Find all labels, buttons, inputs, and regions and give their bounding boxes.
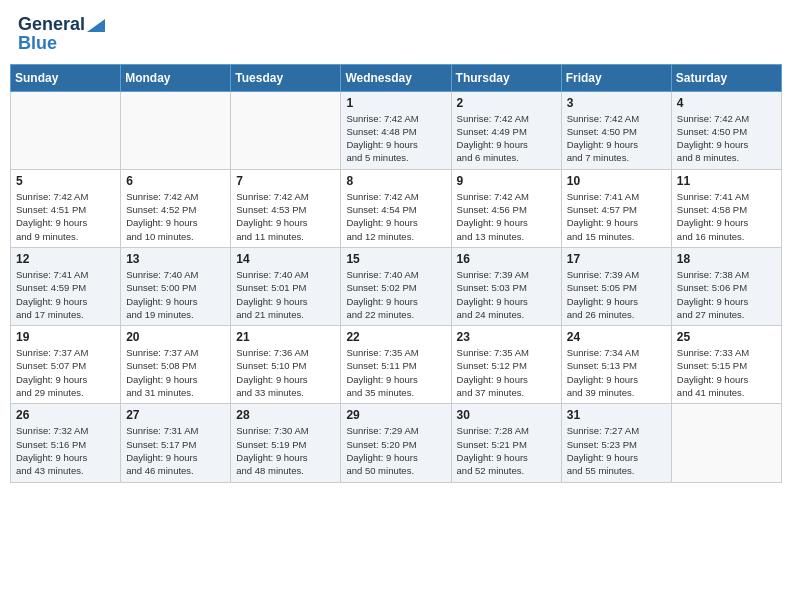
calendar-cell: 6Sunrise: 7:42 AM Sunset: 4:52 PM Daylig…: [121, 169, 231, 247]
weekday-header-friday: Friday: [561, 64, 671, 91]
day-number: 7: [236, 174, 335, 188]
day-info: Sunrise: 7:38 AM Sunset: 5:06 PM Dayligh…: [677, 268, 776, 321]
calendar-cell: 25Sunrise: 7:33 AM Sunset: 5:15 PM Dayli…: [671, 326, 781, 404]
calendar-cell: 17Sunrise: 7:39 AM Sunset: 5:05 PM Dayli…: [561, 247, 671, 325]
weekday-header-tuesday: Tuesday: [231, 64, 341, 91]
day-number: 19: [16, 330, 115, 344]
day-number: 3: [567, 96, 666, 110]
day-info: Sunrise: 7:42 AM Sunset: 4:50 PM Dayligh…: [677, 112, 776, 165]
calendar-week-2: 5Sunrise: 7:42 AM Sunset: 4:51 PM Daylig…: [11, 169, 782, 247]
day-number: 16: [457, 252, 556, 266]
day-number: 20: [126, 330, 225, 344]
calendar-cell: 18Sunrise: 7:38 AM Sunset: 5:06 PM Dayli…: [671, 247, 781, 325]
day-number: 23: [457, 330, 556, 344]
calendar-cell: 24Sunrise: 7:34 AM Sunset: 5:13 PM Dayli…: [561, 326, 671, 404]
calendar-cell: 27Sunrise: 7:31 AM Sunset: 5:17 PM Dayli…: [121, 404, 231, 482]
day-number: 29: [346, 408, 445, 422]
day-info: Sunrise: 7:31 AM Sunset: 5:17 PM Dayligh…: [126, 424, 225, 477]
day-number: 8: [346, 174, 445, 188]
day-info: Sunrise: 7:42 AM Sunset: 4:56 PM Dayligh…: [457, 190, 556, 243]
logo: General Blue: [18, 14, 105, 52]
day-info: Sunrise: 7:40 AM Sunset: 5:02 PM Dayligh…: [346, 268, 445, 321]
day-number: 15: [346, 252, 445, 266]
day-info: Sunrise: 7:41 AM Sunset: 4:57 PM Dayligh…: [567, 190, 666, 243]
day-info: Sunrise: 7:34 AM Sunset: 5:13 PM Dayligh…: [567, 346, 666, 399]
day-number: 25: [677, 330, 776, 344]
day-info: Sunrise: 7:42 AM Sunset: 4:53 PM Dayligh…: [236, 190, 335, 243]
day-info: Sunrise: 7:42 AM Sunset: 4:48 PM Dayligh…: [346, 112, 445, 165]
day-number: 24: [567, 330, 666, 344]
day-info: Sunrise: 7:37 AM Sunset: 5:07 PM Dayligh…: [16, 346, 115, 399]
calendar-cell: 8Sunrise: 7:42 AM Sunset: 4:54 PM Daylig…: [341, 169, 451, 247]
calendar-cell: 11Sunrise: 7:41 AM Sunset: 4:58 PM Dayli…: [671, 169, 781, 247]
day-info: Sunrise: 7:42 AM Sunset: 4:49 PM Dayligh…: [457, 112, 556, 165]
day-number: 4: [677, 96, 776, 110]
calendar-cell: 5Sunrise: 7:42 AM Sunset: 4:51 PM Daylig…: [11, 169, 121, 247]
day-info: Sunrise: 7:42 AM Sunset: 4:52 PM Dayligh…: [126, 190, 225, 243]
calendar-cell: 19Sunrise: 7:37 AM Sunset: 5:07 PM Dayli…: [11, 326, 121, 404]
day-info: Sunrise: 7:40 AM Sunset: 5:00 PM Dayligh…: [126, 268, 225, 321]
calendar-cell: 2Sunrise: 7:42 AM Sunset: 4:49 PM Daylig…: [451, 91, 561, 169]
day-info: Sunrise: 7:29 AM Sunset: 5:20 PM Dayligh…: [346, 424, 445, 477]
day-info: Sunrise: 7:28 AM Sunset: 5:21 PM Dayligh…: [457, 424, 556, 477]
calendar-week-5: 26Sunrise: 7:32 AM Sunset: 5:16 PM Dayli…: [11, 404, 782, 482]
weekday-header-thursday: Thursday: [451, 64, 561, 91]
day-info: Sunrise: 7:42 AM Sunset: 4:51 PM Dayligh…: [16, 190, 115, 243]
weekday-header-wednesday: Wednesday: [341, 64, 451, 91]
day-info: Sunrise: 7:41 AM Sunset: 4:58 PM Dayligh…: [677, 190, 776, 243]
day-info: Sunrise: 7:41 AM Sunset: 4:59 PM Dayligh…: [16, 268, 115, 321]
calendar-cell: 23Sunrise: 7:35 AM Sunset: 5:12 PM Dayli…: [451, 326, 561, 404]
day-number: 10: [567, 174, 666, 188]
calendar-cell: 31Sunrise: 7:27 AM Sunset: 5:23 PM Dayli…: [561, 404, 671, 482]
calendar-cell: 21Sunrise: 7:36 AM Sunset: 5:10 PM Dayli…: [231, 326, 341, 404]
day-number: 28: [236, 408, 335, 422]
calendar-cell: 15Sunrise: 7:40 AM Sunset: 5:02 PM Dayli…: [341, 247, 451, 325]
calendar-cell: 29Sunrise: 7:29 AM Sunset: 5:20 PM Dayli…: [341, 404, 451, 482]
calendar-cell: 3Sunrise: 7:42 AM Sunset: 4:50 PM Daylig…: [561, 91, 671, 169]
calendar-week-3: 12Sunrise: 7:41 AM Sunset: 4:59 PM Dayli…: [11, 247, 782, 325]
day-info: Sunrise: 7:27 AM Sunset: 5:23 PM Dayligh…: [567, 424, 666, 477]
calendar-cell: 10Sunrise: 7:41 AM Sunset: 4:57 PM Dayli…: [561, 169, 671, 247]
day-info: Sunrise: 7:39 AM Sunset: 5:03 PM Dayligh…: [457, 268, 556, 321]
calendar-week-4: 19Sunrise: 7:37 AM Sunset: 5:07 PM Dayli…: [11, 326, 782, 404]
day-info: Sunrise: 7:42 AM Sunset: 4:54 PM Dayligh…: [346, 190, 445, 243]
day-number: 1: [346, 96, 445, 110]
calendar-table: SundayMondayTuesdayWednesdayThursdayFrid…: [10, 64, 782, 483]
day-info: Sunrise: 7:33 AM Sunset: 5:15 PM Dayligh…: [677, 346, 776, 399]
day-number: 17: [567, 252, 666, 266]
calendar-cell: 7Sunrise: 7:42 AM Sunset: 4:53 PM Daylig…: [231, 169, 341, 247]
calendar-cell: 12Sunrise: 7:41 AM Sunset: 4:59 PM Dayli…: [11, 247, 121, 325]
day-info: Sunrise: 7:40 AM Sunset: 5:01 PM Dayligh…: [236, 268, 335, 321]
day-number: 14: [236, 252, 335, 266]
calendar-cell: 1Sunrise: 7:42 AM Sunset: 4:48 PM Daylig…: [341, 91, 451, 169]
day-info: Sunrise: 7:35 AM Sunset: 5:12 PM Dayligh…: [457, 346, 556, 399]
calendar-cell: 14Sunrise: 7:40 AM Sunset: 5:01 PM Dayli…: [231, 247, 341, 325]
day-number: 13: [126, 252, 225, 266]
day-info: Sunrise: 7:37 AM Sunset: 5:08 PM Dayligh…: [126, 346, 225, 399]
page-header: General Blue: [10, 10, 782, 56]
logo-blue-text: Blue: [18, 34, 57, 52]
weekday-header-sunday: Sunday: [11, 64, 121, 91]
calendar-cell: 30Sunrise: 7:28 AM Sunset: 5:21 PM Dayli…: [451, 404, 561, 482]
calendar-cell: [121, 91, 231, 169]
day-number: 26: [16, 408, 115, 422]
calendar-cell: 28Sunrise: 7:30 AM Sunset: 5:19 PM Dayli…: [231, 404, 341, 482]
day-info: Sunrise: 7:35 AM Sunset: 5:11 PM Dayligh…: [346, 346, 445, 399]
day-number: 31: [567, 408, 666, 422]
day-number: 6: [126, 174, 225, 188]
weekday-header-monday: Monday: [121, 64, 231, 91]
calendar-cell: 4Sunrise: 7:42 AM Sunset: 4:50 PM Daylig…: [671, 91, 781, 169]
day-number: 27: [126, 408, 225, 422]
svg-marker-0: [87, 19, 105, 32]
day-number: 30: [457, 408, 556, 422]
weekday-header-saturday: Saturday: [671, 64, 781, 91]
day-number: 5: [16, 174, 115, 188]
day-info: Sunrise: 7:30 AM Sunset: 5:19 PM Dayligh…: [236, 424, 335, 477]
calendar-cell: [671, 404, 781, 482]
calendar-cell: [231, 91, 341, 169]
day-number: 22: [346, 330, 445, 344]
day-number: 18: [677, 252, 776, 266]
day-number: 11: [677, 174, 776, 188]
day-number: 12: [16, 252, 115, 266]
calendar-week-1: 1Sunrise: 7:42 AM Sunset: 4:48 PM Daylig…: [11, 91, 782, 169]
